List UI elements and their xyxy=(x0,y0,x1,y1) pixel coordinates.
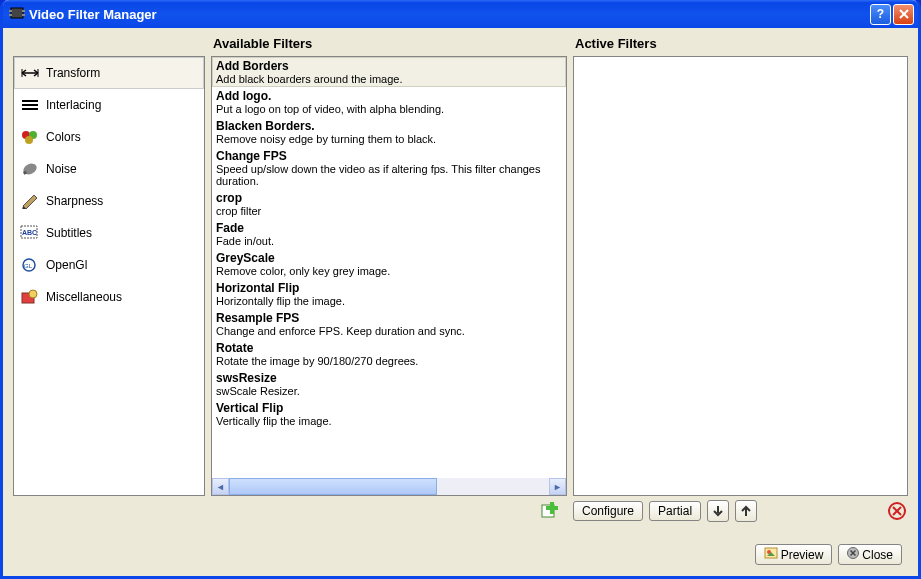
svg-point-15 xyxy=(25,136,33,144)
sidebar-item-opengl[interactable]: GLOpenGl xyxy=(14,249,204,281)
close-window-button[interactable] xyxy=(893,4,914,25)
titlebar: Video Filter Manager ? xyxy=(3,0,918,28)
filter-item[interactable]: Horizontal FlipHorizontally flip the ima… xyxy=(212,279,566,309)
sidebar-item-transform[interactable]: Transform xyxy=(14,57,204,89)
move-up-button[interactable] xyxy=(735,500,757,522)
filter-description: swScale Resizer. xyxy=(216,385,562,397)
opengl-icon: GL xyxy=(20,256,40,274)
preview-button[interactable]: Preview xyxy=(755,544,833,565)
window: Video Filter Manager ? TransformInterlac… xyxy=(0,0,921,579)
filter-description: Speed up/slow down the video as if alter… xyxy=(216,163,562,187)
filter-item[interactable]: swsResizeswScale Resizer. xyxy=(212,369,566,399)
sidebar-item-interlacing[interactable]: Interlacing xyxy=(14,89,204,121)
add-filter-button[interactable] xyxy=(539,500,561,522)
filter-name: Add Borders xyxy=(216,59,562,73)
filter-item[interactable]: FadeFade in/out. xyxy=(212,219,566,249)
available-heading: Available Filters xyxy=(211,36,567,56)
filter-item[interactable]: Add BordersAdd black boarders around the… xyxy=(212,57,566,87)
filter-description: Add black boarders around the image. xyxy=(216,73,562,85)
filter-description: Remove noisy edge by turning them to bla… xyxy=(216,133,562,145)
filter-name: Add logo. xyxy=(216,89,562,103)
sidebar-item-subtitles[interactable]: ABCSubtitles xyxy=(14,217,204,249)
active-filters-list[interactable] xyxy=(573,56,908,496)
filter-name: swsResize xyxy=(216,371,562,385)
svg-rect-3 xyxy=(22,10,25,12)
sidebar-item-label: Interlacing xyxy=(46,98,101,112)
sidebar-item-label: Sharpness xyxy=(46,194,103,208)
categories-heading xyxy=(13,36,205,56)
close-button[interactable]: Close xyxy=(838,544,902,565)
filter-description: Horizontally flip the image. xyxy=(216,295,562,307)
window-title: Video Filter Manager xyxy=(29,7,870,22)
palette-icon xyxy=(20,128,40,146)
app-icon xyxy=(9,6,25,22)
sidebar-item-colors[interactable]: Colors xyxy=(14,121,204,153)
filter-name: crop xyxy=(216,191,562,205)
filter-name: Fade xyxy=(216,221,562,235)
filter-item[interactable]: cropcrop filter xyxy=(212,189,566,219)
move-down-button[interactable] xyxy=(707,500,729,522)
misc-icon xyxy=(20,288,40,306)
filter-name: GreyScale xyxy=(216,251,562,265)
available-filters-list[interactable]: Add BordersAdd black boarders around the… xyxy=(211,56,567,496)
filter-description: Change and enforce FPS. Keep duration an… xyxy=(216,325,562,337)
filter-name: Vertical Flip xyxy=(216,401,562,415)
pencil-icon xyxy=(20,192,40,210)
filter-item[interactable]: Add logo.Put a logo on top of video, wit… xyxy=(212,87,566,117)
remove-filter-button[interactable] xyxy=(886,500,908,522)
filter-description: Remove color, only key grey image. xyxy=(216,265,562,277)
svg-rect-2 xyxy=(9,14,12,16)
sidebar-item-noise[interactable]: Noise xyxy=(14,153,204,185)
scroll-left-button[interactable]: ◄ xyxy=(212,478,229,495)
scroll-right-button[interactable]: ► xyxy=(549,478,566,495)
sidebar-item-label: Noise xyxy=(46,162,77,176)
filter-description: Put a logo on top of video, with alpha b… xyxy=(216,103,562,115)
svg-text:GL: GL xyxy=(24,263,33,269)
filter-item[interactable]: Vertical FlipVertically flip the image. xyxy=(212,399,566,429)
sidebar-item-label: Miscellaneous xyxy=(46,290,122,304)
filter-description: Rotate the image by 90/180/270 degrees. xyxy=(216,355,562,367)
active-heading: Active Filters xyxy=(573,36,908,56)
filter-item[interactable]: RotateRotate the image by 90/180/270 deg… xyxy=(212,339,566,369)
filter-name: Change FPS xyxy=(216,149,562,163)
category-list[interactable]: TransformInterlacingColorsNoiseSharpness… xyxy=(13,56,205,496)
filter-name: Blacken Borders. xyxy=(216,119,562,133)
filter-item[interactable]: GreyScaleRemove color, only key grey ima… xyxy=(212,249,566,279)
svg-rect-4 xyxy=(22,14,25,16)
filter-name: Resample FPS xyxy=(216,311,562,325)
filter-description: Fade in/out. xyxy=(216,235,562,247)
filter-item[interactable]: Change FPSSpeed up/slow down the video a… xyxy=(212,147,566,189)
svg-rect-0 xyxy=(11,8,23,18)
preview-icon xyxy=(764,547,778,562)
noise-icon xyxy=(20,160,40,178)
filter-description: Vertically flip the image. xyxy=(216,415,562,427)
arrows-h-icon xyxy=(20,64,40,82)
abc-icon: ABC xyxy=(20,224,40,242)
sidebar-item-miscellaneous[interactable]: Miscellaneous xyxy=(14,281,204,313)
svg-rect-26 xyxy=(546,506,558,510)
content-area: TransformInterlacingColorsNoiseSharpness… xyxy=(3,28,918,576)
scroll-track[interactable] xyxy=(229,478,549,495)
sidebar-item-label: Subtitles xyxy=(46,226,92,240)
filter-description: crop filter xyxy=(216,205,562,217)
close-icon xyxy=(847,547,859,562)
configure-button[interactable]: Configure xyxy=(573,501,643,521)
filter-name: Rotate xyxy=(216,341,562,355)
sidebar-item-label: Colors xyxy=(46,130,81,144)
lines-icon xyxy=(20,96,40,114)
sidebar-item-label: Transform xyxy=(46,66,100,80)
sidebar-item-sharpness[interactable]: Sharpness xyxy=(14,185,204,217)
horizontal-scrollbar[interactable]: ◄ ► xyxy=(212,478,566,495)
filter-item[interactable]: Resample FPSChange and enforce FPS. Keep… xyxy=(212,309,566,339)
help-button[interactable]: ? xyxy=(870,4,891,25)
svg-rect-1 xyxy=(9,10,12,12)
sidebar-item-label: OpenGl xyxy=(46,258,87,272)
filter-item[interactable]: Blacken Borders.Remove noisy edge by tur… xyxy=(212,117,566,147)
svg-text:ABC: ABC xyxy=(22,229,37,236)
filter-name: Horizontal Flip xyxy=(216,281,562,295)
svg-point-23 xyxy=(29,290,37,298)
partial-button[interactable]: Partial xyxy=(649,501,701,521)
scroll-thumb[interactable] xyxy=(229,478,437,495)
